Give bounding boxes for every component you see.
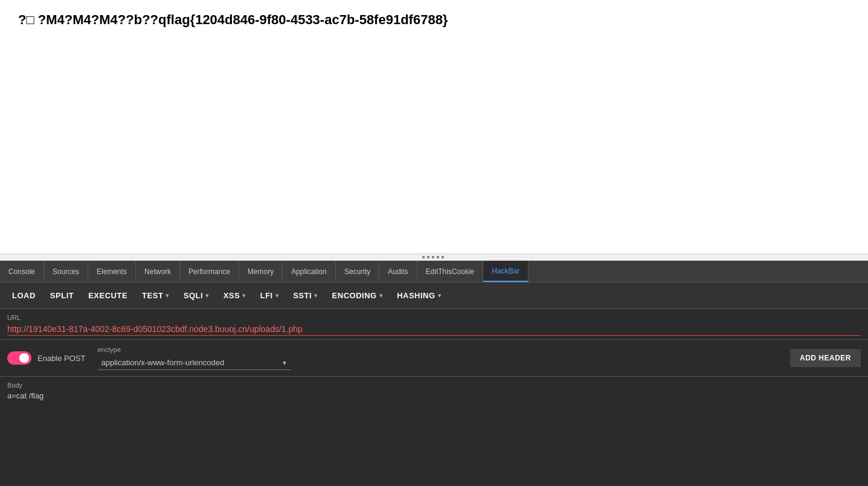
lfi-dropdown-arrow: ▾ (275, 292, 279, 299)
tab-elements[interactable]: Elements (88, 261, 136, 282)
encoding-button[interactable]: ENCODING ▾ (326, 288, 389, 303)
test-button[interactable]: TEST ▾ (136, 288, 175, 303)
enable-post-container: Enable POST (7, 351, 86, 365)
sqli-dropdown-arrow: ▾ (205, 292, 209, 299)
enctype-select[interactable]: application/x-www-form-urlencoded multip… (98, 356, 291, 370)
page-content-text: ?□ ?M4?M4?M4??b??qflag{1204d846-9f80-453… (18, 12, 448, 27)
hashing-dropdown-arrow: ▾ (438, 292, 442, 299)
test-dropdown-arrow: ▾ (166, 292, 169, 299)
xss-button[interactable]: XSS ▾ (217, 288, 252, 303)
tab-audits[interactable]: Audits (379, 261, 417, 282)
enable-post-label: Enable POST (37, 354, 86, 363)
split-button[interactable]: SPLIT (44, 288, 80, 303)
url-input[interactable] (7, 323, 861, 336)
encoding-dropdown-arrow: ▾ (379, 292, 383, 299)
devtools-panel: Console Sources Elements Network Perform… (0, 261, 868, 486)
sqli-button[interactable]: SQLI ▾ (178, 288, 215, 303)
body-label: Body (7, 382, 861, 389)
execute-button[interactable]: EXECUTE (82, 288, 133, 303)
body-section: Body a=cat /flag (0, 377, 868, 405)
devtools-tab-bar: Console Sources Elements Network Perform… (0, 261, 868, 283)
ssti-button[interactable]: SSTI ▾ (287, 288, 323, 303)
resize-handle[interactable] (0, 254, 868, 261)
tab-memory[interactable]: Memory (239, 261, 283, 282)
tab-security[interactable]: Security (336, 261, 379, 282)
xss-dropdown-arrow: ▾ (242, 292, 246, 299)
load-button[interactable]: LOAD (6, 288, 42, 303)
url-label: URL (7, 314, 861, 321)
tab-application[interactable]: Application (283, 261, 336, 282)
tab-console[interactable]: Console (0, 261, 44, 282)
body-value: a=cat /flag (7, 391, 861, 400)
add-header-button[interactable]: ADD HEADER (790, 349, 861, 367)
hashing-button[interactable]: HASHING ▾ (391, 288, 447, 303)
enctype-label: enctype (98, 346, 291, 353)
enctype-wrapper: application/x-www-form-urlencoded multip… (98, 356, 291, 370)
resize-handle-dots (422, 256, 446, 258)
browser-content: ?□ ?M4?M4?M4??b??qflag{1204d846-9f80-453… (0, 0, 868, 254)
tab-editthiscookie[interactable]: EditThisCookie (417, 261, 484, 282)
tab-network[interactable]: Network (136, 261, 180, 282)
enctype-container: enctype application/x-www-form-urlencode… (98, 346, 291, 370)
ssti-dropdown-arrow: ▾ (314, 292, 318, 299)
url-section: URL (0, 309, 868, 340)
post-section: Enable POST enctype application/x-www-fo… (0, 340, 868, 377)
tab-performance[interactable]: Performance (180, 261, 239, 282)
lfi-button[interactable]: LFI ▾ (254, 288, 285, 303)
enable-post-toggle[interactable] (7, 351, 31, 365)
tab-hackbar[interactable]: HackBar (483, 261, 529, 282)
toggle-slider (7, 351, 31, 365)
tab-sources[interactable]: Sources (44, 261, 88, 282)
hackbar-toolbar: LOAD SPLIT EXECUTE TEST ▾ SQLI ▾ XSS ▾ L… (0, 283, 868, 309)
